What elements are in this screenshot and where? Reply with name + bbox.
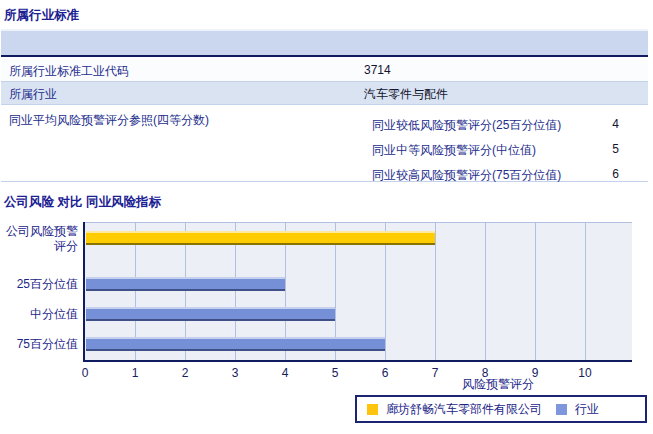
subrow-label-median: 同业中等风险预警评分(中位值) xyxy=(372,142,536,159)
chart-bar-industry xyxy=(86,337,385,351)
chart-y-axis-line xyxy=(83,222,85,362)
chart-gridline xyxy=(485,223,486,362)
legend-label: 行业 xyxy=(575,401,599,418)
row-value-industry: 汽车零件与配件 xyxy=(364,86,448,103)
chart-bar-industry xyxy=(86,277,285,291)
table-row-quartiles: 同业平均风险预警评分参照(四等分数) 同业较低风险预警评分(25百分位值) 4 … xyxy=(1,105,648,182)
chart-tick-label: 3 xyxy=(218,366,252,380)
table-header-band xyxy=(1,29,648,57)
subrow-value-median: 5 xyxy=(561,142,619,156)
chart-category-label: 公司风险预警评分 xyxy=(0,224,78,254)
chart-gridline xyxy=(585,223,586,362)
chart-tick-label: 2 xyxy=(168,366,202,380)
chart-bar-company xyxy=(86,231,435,245)
legend-label: 廊坊舒畅汽车零部件有限公司 xyxy=(386,401,542,418)
chart-legend: 廊坊舒畅汽车零部件有限公司行业 xyxy=(355,395,647,423)
report-page: 所属行业标准 所属行业标准工业代码 3714 所属行业 汽车零件与配件 同业平均… xyxy=(0,0,653,434)
chart-gridline xyxy=(435,223,436,362)
quartile-subrow: 同业较低风险预警评分(25百分位值) 4 xyxy=(1,111,648,136)
chart-tick-label: 4 xyxy=(268,366,302,380)
row-label-sic-code: 所属行业标准工业代码 xyxy=(9,63,129,80)
legend-item-company: 廊坊舒畅汽车零部件有限公司 xyxy=(367,401,542,418)
quartile-subrow: 同业中等风险预警评分(中位值) 5 xyxy=(1,136,648,161)
subrow-value-25th: 4 xyxy=(561,117,619,131)
quartile-subrow: 同业较高风险预警评分(75百分位值) 6 xyxy=(1,161,648,186)
chart-x-axis-line xyxy=(83,360,632,362)
chart-tick-label: 5 xyxy=(318,366,352,380)
section-title-risk-comparison: 公司风险 对比 同业风险指标 xyxy=(4,194,161,211)
table-row: 所属行业 汽车零件与配件 xyxy=(1,82,648,105)
chart-tick-label: 10 xyxy=(568,366,602,380)
chart-x-axis-title: 风险预警评分 xyxy=(462,376,534,393)
chart-tick-label: 6 xyxy=(368,366,402,380)
section-title-industry-standard: 所属行业标准 xyxy=(4,7,79,24)
chart-category-label: 25百分位值 xyxy=(0,277,78,292)
legend-swatch-industry xyxy=(556,404,567,415)
subrow-label-25th: 同业较低风险预警评分(25百分位值) xyxy=(372,117,561,134)
chart-gridline xyxy=(535,223,536,362)
subrow-value-75th: 6 xyxy=(561,167,619,181)
row-label-industry: 所属行业 xyxy=(9,86,57,103)
table-row: 所属行业标准工业代码 3714 xyxy=(1,59,648,82)
row-value-sic-code: 3714 xyxy=(364,63,391,77)
chart-tick-label: 1 xyxy=(118,366,152,380)
chart-bar-industry xyxy=(86,307,335,321)
legend-swatch-company xyxy=(367,404,378,415)
chart-tick-label: 0 xyxy=(68,366,102,380)
subrow-label-75th: 同业较高风险预警评分(75百分位值) xyxy=(372,167,561,184)
legend-item-industry: 行业 xyxy=(556,401,599,418)
chart-category-label: 中分位值 xyxy=(0,307,78,322)
chart-category-label: 75百分位值 xyxy=(0,337,78,352)
chart-tick-label: 7 xyxy=(418,366,452,380)
